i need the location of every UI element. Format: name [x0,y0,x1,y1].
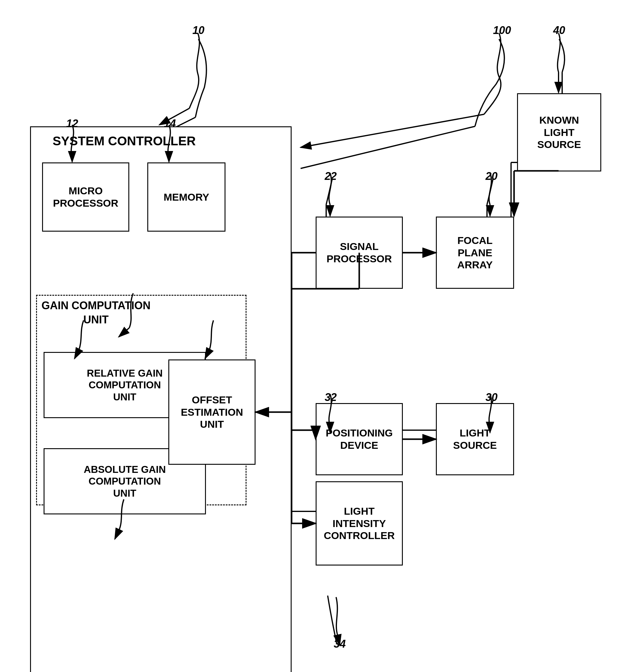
light-intensity-controller-box: LIGHT INTENSITY CONTROLLER [316,481,403,565]
ref-20: 20 [486,170,497,183]
ref-40: 40 [553,24,565,37]
micro-processor-box: MICRO PROCESSOR [42,162,129,232]
focal-plane-array-box: FOCAL PLANE ARRAY [436,216,514,289]
diagram: 100 10 40 12 14 22 20 300 16 400 32 30 1… [0,0,634,672]
micro-processor-label: MICRO PROCESSOR [53,185,118,209]
ref-100: 100 [493,24,511,37]
light-source-box: LIGHT SOURCE [436,403,514,475]
offset-estimation-unit-box: OFFSET ESTIMATION UNIT [168,360,255,465]
svg-line-0 [301,126,475,168]
ref-10: 10 [192,24,204,37]
positioning-device-box: POSITIONING DEVICE [316,403,403,475]
memory-box: MEMORY [147,162,225,232]
ref-30: 30 [486,391,497,404]
memory-label: MEMORY [164,191,209,203]
gain-computation-unit-label: GAIN COMPUTATION UNIT [42,299,151,327]
absolute-gain-computation-unit-label: ABSOLUTE GAIN COMPUTATION UNIT [83,464,166,499]
offset-estimation-unit-label: OFFSET ESTIMATION UNIT [181,394,243,431]
ref-22: 22 [325,170,337,183]
known-light-source-box: KNOWN LIGHT SOURCE [517,93,601,171]
light-source-label: LIGHT SOURCE [453,427,496,451]
signal-processor-box: SIGNAL PROCESSOR [316,216,403,289]
signal-processor-label: SIGNAL PROCESSOR [326,240,392,265]
focal-plane-array-label: FOCAL PLANE ARRAY [457,234,493,271]
system-controller-label: SYSTEM CONTROLLER [53,134,196,148]
light-intensity-controller-label: LIGHT INTENSITY CONTROLLER [324,505,395,542]
svg-line-24 [301,114,484,147]
known-light-source-label: KNOWN LIGHT SOURCE [537,114,581,151]
ref-34: 34 [334,638,346,650]
ref-32: 32 [325,391,337,404]
positioning-device-label: POSITIONING DEVICE [326,427,393,451]
relative-gain-computation-unit-label: RELATIVE GAIN COMPUTATION UNIT [87,367,163,403]
